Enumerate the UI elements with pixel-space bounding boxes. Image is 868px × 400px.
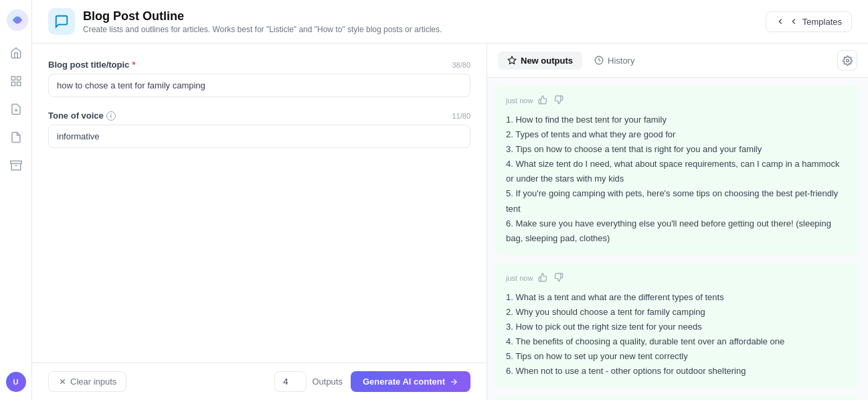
- tab-new-outputs[interactable]: New outputs: [498, 52, 582, 70]
- chevron-left-icon: [776, 17, 785, 26]
- outputs-input[interactable]: [274, 371, 307, 392]
- sidebar-item-home[interactable]: [9, 46, 23, 60]
- form-body: Blog post title/topic * 38/80 Tone of vo…: [32, 44, 487, 362]
- output-text: 1. What is a tent and what are the diffe…: [506, 290, 849, 379]
- sparkle-icon: [507, 56, 517, 65]
- output-meta: just now: [506, 95, 849, 106]
- svg-rect-2: [17, 76, 20, 80]
- page-header: Blog Post Outline Create lists and outli…: [32, 0, 868, 44]
- sidebar-bottom: U: [6, 372, 26, 392]
- page-title: Blog Post Outline: [83, 9, 442, 23]
- output-text: 1. How to find the best tent for your fa…: [506, 113, 849, 246]
- blog-title-label-row: Blog post title/topic * 38/80: [48, 60, 470, 70]
- clock-icon: [594, 56, 604, 65]
- blog-title-label: Blog post title/topic *: [48, 60, 135, 70]
- required-indicator: *: [132, 60, 135, 70]
- sidebar-item-archive[interactable]: [9, 158, 23, 173]
- header-text: Blog Post Outline Create lists and outli…: [83, 9, 442, 34]
- left-panel: Blog post title/topic * 38/80 Tone of vo…: [32, 44, 487, 400]
- tab-history[interactable]: History: [585, 52, 644, 70]
- tone-info-icon[interactable]: i: [106, 111, 116, 121]
- thumbs-down-icon[interactable]: [554, 95, 565, 106]
- sidebar-item-grid[interactable]: [9, 74, 23, 88]
- thumbs-down-icon[interactable]: [554, 273, 565, 283]
- thumbs-up-icon[interactable]: [538, 95, 549, 106]
- templates-label: Templates: [802, 17, 842, 27]
- outputs-header: New outputs History: [487, 44, 868, 78]
- tone-char-count: 11/80: [452, 112, 470, 120]
- right-panel: New outputs History: [487, 44, 868, 400]
- header-left: Blog Post Outline Create lists and outli…: [48, 8, 442, 35]
- svg-rect-7: [10, 161, 21, 163]
- chevron-left-icon2: [789, 17, 798, 26]
- svg-rect-3: [17, 82, 20, 86]
- output-card: just now: [495, 396, 860, 400]
- sidebar-item-file[interactable]: [9, 130, 23, 145]
- arrow-right-icon: [449, 377, 458, 387]
- tab-new-outputs-label: New outputs: [521, 56, 573, 66]
- generate-button[interactable]: Generate AI content: [351, 371, 470, 392]
- user-avatar[interactable]: U: [6, 372, 26, 392]
- blog-title-char-count: 38/80: [452, 61, 470, 69]
- tone-label: Tone of voice i: [48, 111, 116, 121]
- blog-title-field-group: Blog post title/topic * 38/80: [48, 60, 470, 97]
- thumbs-up-icon[interactable]: [538, 273, 549, 283]
- sidebar-item-add[interactable]: [9, 102, 23, 117]
- svg-rect-4: [11, 82, 15, 86]
- outputs-label: Outputs: [312, 377, 343, 387]
- output-card: just now: [495, 86, 860, 255]
- sidebar: U: [0, 0, 32, 400]
- generate-label: Generate AI content: [363, 377, 445, 387]
- outputs-count-group: Outputs: [274, 371, 343, 392]
- tool-icon: [48, 8, 75, 35]
- form-footer: Clear inputs Outputs Generate AI content: [32, 362, 487, 400]
- output-time: just now: [506, 274, 533, 282]
- svg-marker-12: [508, 56, 516, 64]
- output-settings-button[interactable]: [837, 50, 857, 70]
- output-list: just now: [487, 78, 868, 400]
- svg-rect-1: [11, 76, 15, 80]
- output-time: just now: [506, 96, 533, 105]
- clear-label: Clear inputs: [70, 377, 116, 387]
- settings-icon: [843, 56, 853, 66]
- app-logo[interactable]: [5, 8, 27, 29]
- svg-point-14: [846, 59, 849, 62]
- output-meta: just now: [506, 273, 849, 283]
- x-icon: [58, 377, 67, 386]
- blog-title-input[interactable]: [48, 74, 470, 97]
- main-area: Blog Post Outline Create lists and outli…: [32, 0, 868, 400]
- output-card: just now: [495, 263, 860, 389]
- clear-button[interactable]: Clear inputs: [48, 371, 126, 392]
- page-description: Create lists and outlines for articles. …: [83, 25, 442, 34]
- templates-button[interactable]: Templates: [766, 11, 852, 32]
- tab-history-label: History: [608, 56, 634, 66]
- content-area: Blog post title/topic * 38/80 Tone of vo…: [32, 44, 868, 400]
- tone-input[interactable]: [48, 125, 470, 148]
- tone-field-group: Tone of voice i 11/80: [48, 111, 470, 148]
- tone-label-row: Tone of voice i 11/80: [48, 111, 470, 121]
